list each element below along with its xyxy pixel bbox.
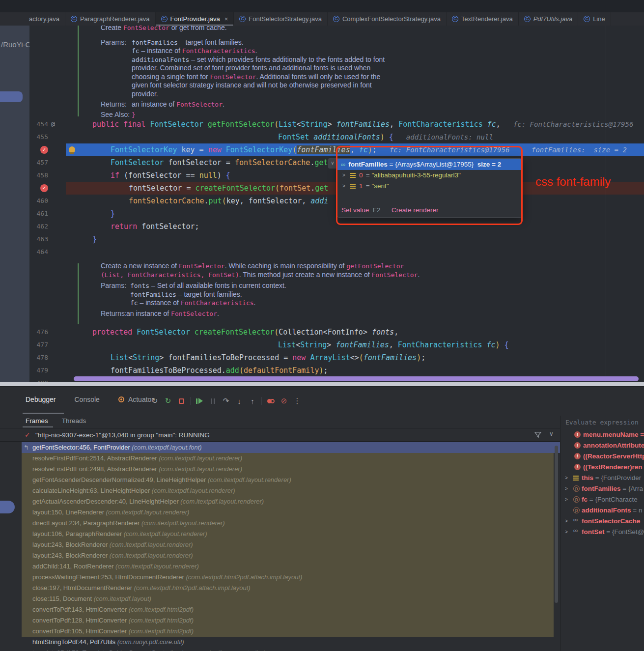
code-line[interactable]: 476protected FontSelector createFontSele… <box>29 326 644 339</box>
tool-window-button[interactable] <box>0 501 15 513</box>
popup-list-item[interactable]: >1 = "serif" <box>337 181 522 192</box>
stack-frame-row[interactable]: layout:106, ParagraphRenderer (com.itext… <box>22 529 560 539</box>
debugger-value-popup[interactable]: ∞fontFamilies = {Arrays$ArrayList@17955}… <box>337 158 522 218</box>
stack-frame-row[interactable]: layout:150, LineRenderer (com.itextpdf.l… <box>22 507 560 518</box>
debug-tool-window: DebuggerConsoleActuator ↻↻↷↓↑⊘⋮ FramesTh… <box>0 386 644 651</box>
variable-row[interactable]: !menu.menuName = <box>560 429 644 440</box>
javadoc-rendered-block: Create FontSelector or get from cache.Pa… <box>29 26 644 118</box>
code-line[interactable]: ✓FontSelectorKey key = new FontSelectorK… <box>29 143 644 156</box>
pause-icon[interactable] <box>208 396 217 405</box>
stack-frame-row[interactable]: directLayout:234, ParagraphRenderer (com… <box>22 518 560 529</box>
code-line[interactable]: 464 <box>29 246 644 258</box>
step-over-icon[interactable]: ↷ <box>222 396 230 405</box>
code-line[interactable]: 463} <box>29 233 644 246</box>
resume-icon[interactable] <box>195 396 204 405</box>
code-line[interactable]: 478List<String> fontFamiliesToBeProcesse… <box>29 351 644 364</box>
chevron-right-icon[interactable]: > <box>565 473 568 483</box>
variable-row[interactable]: padditionalFonts = n <box>560 505 644 516</box>
editor-tab[interactable]: CPdf7Utils.java <box>519 12 578 26</box>
stack-frame-row[interactable]: getActualAscenderDescender:40, LineHeigh… <box>22 496 560 507</box>
rerun-icon[interactable]: ↻ <box>150 396 159 405</box>
code-line[interactable]: 477List<String> fontFamilies, FontCharac… <box>29 339 644 351</box>
code-line[interactable]: 479fontFamiliesToBeProcessed.add(default… <box>29 364 644 377</box>
variable-row[interactable]: !((TextRenderer)ren <box>560 462 644 473</box>
code-line[interactable]: 454@public final FontSelector getFontSel… <box>29 118 644 131</box>
stack-frame-row[interactable]: convertToPdf:128, HtmlConverter (com.ite… <box>22 615 560 626</box>
panel-tab-actuator[interactable]: Actuator <box>118 396 154 403</box>
step-into-icon[interactable]: ↓ <box>235 396 244 405</box>
frame-location: htmlStringToPdf:44, Pdf7Utils <box>32 638 117 646</box>
set-value-link[interactable]: Set value <box>341 206 369 214</box>
frame-location: layout:243, BlockRenderer <box>32 552 110 559</box>
stack-frame-row[interactable]: resolveFirstPdfFont:2498, AbstractRender… <box>22 464 560 475</box>
chevron-right-icon[interactable]: > <box>565 494 568 505</box>
stack-frame-row[interactable]: layout:243, BlockRenderer (com.itextpdf.… <box>22 539 560 550</box>
variable-row[interactable]: >pfontFamilies = {Arra <box>560 483 644 494</box>
editor-tab[interactable]: CComplexFontSelectorStrategy.java <box>328 12 447 26</box>
variable-row[interactable]: >∞fontSelectorCache <box>560 516 644 527</box>
chevron-right-icon[interactable]: > <box>565 527 568 538</box>
mute-breakpoints-icon[interactable]: ⊘ <box>280 396 288 405</box>
view-breakpoints-icon[interactable] <box>266 396 275 405</box>
code-line[interactable]: 455FontSet additionalFonts) {additionalF… <box>29 131 644 143</box>
chevron-down-icon[interactable]: ∨ <box>549 430 554 437</box>
variable-row[interactable]: >pfc = {FontCharacte <box>560 494 644 505</box>
code-line[interactable]: 462return fontSelector; <box>29 220 644 233</box>
stop-icon[interactable] <box>177 396 186 405</box>
chevron-down-icon[interactable]: ∨ <box>328 158 337 169</box>
more-icon[interactable]: ⋮ <box>293 396 302 405</box>
stack-frame-row[interactable]: calculateLineHeight:63, LineHeightHelper… <box>22 485 560 496</box>
stack-frame-row[interactable]: getFontAscenderDescenderNormalized:49, L… <box>22 475 560 485</box>
frames-scrollbar[interactable] <box>555 446 558 603</box>
stack-frame-row[interactable]: convertToPdf:105, HtmlConverter (com.ite… <box>22 626 560 637</box>
chevron-right-icon[interactable]: > <box>342 170 345 181</box>
project-tree-selection[interactable] <box>0 91 23 102</box>
breakpoint-icon[interactable]: ✓ <box>40 184 48 192</box>
variable-row[interactable]: >∞fontSet = {FontSet@ <box>560 527 644 538</box>
breakpoint-icon[interactable]: ✓ <box>40 146 48 154</box>
editor-horizontal-scrollbar[interactable] <box>74 376 639 381</box>
stack-frame-row[interactable]: resolveFirstPdfFont:2514, AbstractRender… <box>22 453 560 464</box>
panel-tab-debugger[interactable]: Debugger <box>26 396 56 403</box>
toolbar-separator <box>190 397 191 405</box>
editor-tab[interactable]: CFontSelectorStrategy.java <box>234 12 328 26</box>
stack-frame-row[interactable]: convertToPdf:143, HtmlConverter (com.ite… <box>22 604 560 615</box>
popup-list-item[interactable]: >0 = "alibabapuhuiti-3-55-regularl3" <box>337 170 522 181</box>
stack-frame-row[interactable]: close:115, Document (com.itextpdf.layout… <box>22 594 560 604</box>
editor-tab[interactable]: CLine <box>578 12 611 26</box>
editor-tab[interactable]: CParagraphRenderer.java <box>65 12 156 26</box>
subtab-frames[interactable]: Frames <box>26 417 48 425</box>
class-icon: C <box>161 16 168 22</box>
editor-panel-splitter[interactable] <box>0 382 644 386</box>
rerun-debug-icon[interactable]: ↻ <box>164 396 172 405</box>
evaluate-expression-field[interactable]: Evaluate expression <box>565 419 639 426</box>
stack-frame-row[interactable]: addChild:141, RootRenderer (com.itextpdf… <box>22 561 560 572</box>
stack-frame-row[interactable]: layout:243, BlockRenderer (com.itextpdf.… <box>22 550 560 561</box>
chevron-right-icon[interactable]: > <box>565 516 568 527</box>
create-renderer-link[interactable]: Create renderer <box>392 206 438 214</box>
stack-frame-row[interactable]: close:197, HtmlDocumentRenderer (com.ite… <box>22 583 560 594</box>
chevron-right-icon[interactable]: > <box>342 181 345 192</box>
chevron-right-icon[interactable]: > <box>565 483 568 494</box>
editor-tab[interactable]: CFontProvider.java× <box>156 12 234 26</box>
subtab-threads[interactable]: Threads <box>62 417 86 425</box>
popup-selected-value-row[interactable]: ∞fontFamilies = {Arrays$ArrayList@17955}… <box>337 159 522 170</box>
editor-tab[interactable]: actory.java <box>24 12 65 26</box>
error-icon: ! <box>574 442 581 449</box>
tab-label: ParagraphRenderer.java <box>80 15 150 23</box>
panel-tab-console[interactable]: Console <box>75 396 100 403</box>
stack-frame-row[interactable]: template2Pdf:73, TemplateGoldenSupportCo… <box>22 648 560 651</box>
class-icon: C <box>333 16 339 22</box>
close-tab-icon[interactable]: × <box>224 15 228 23</box>
thread-selector[interactable]: ✓ "http-nio-9307-exec-1"@13,040 in group… <box>0 428 560 442</box>
stack-frame-row[interactable]: processWaitingElement:253, HtmlDocumentR… <box>22 572 560 583</box>
variable-row[interactable]: !((ReactorServerHttp <box>560 451 644 462</box>
stack-frame-row[interactable]: ↰getFontSelector:456, FontProvider (com.… <box>22 442 560 453</box>
filter-icon[interactable] <box>534 431 541 438</box>
step-out-icon[interactable]: ↑ <box>248 396 257 405</box>
stack-frame-row[interactable]: htmlStringToPdf:44, Pdf7Utils (com.ruoyi… <box>22 637 560 648</box>
variable-row[interactable]: >this = {FontProvider <box>560 473 644 483</box>
intention-bulb-icon[interactable] <box>69 146 75 153</box>
editor-tab[interactable]: CTextRenderer.java <box>447 12 519 26</box>
variable-row[interactable]: !annotationAttribute <box>560 440 644 451</box>
